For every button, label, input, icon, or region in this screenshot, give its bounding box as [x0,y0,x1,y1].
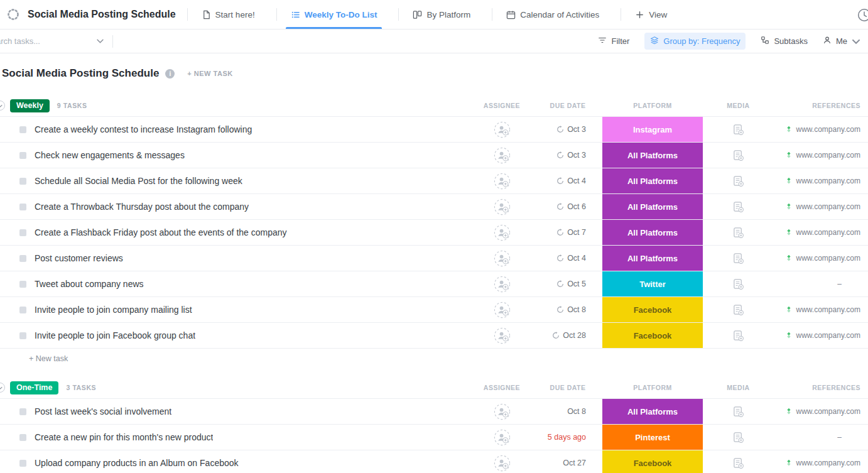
task-name[interactable]: Post last week's social involvement [35,406,171,416]
task-name[interactable]: Schedule all Social Media Post for the f… [35,176,242,186]
due-date[interactable]: Oct 3 [567,125,586,134]
task-checkbox[interactable] [19,460,26,467]
media-icon[interactable] [732,201,744,213]
reference-link[interactable]: www.company.com [796,151,860,160]
search-chevron-down-icon[interactable] [97,39,104,43]
task-row[interactable]: Create a Throwback Thursday post about t… [0,194,868,220]
task-checkbox[interactable] [19,204,26,210]
reference-link[interactable]: – [837,280,842,288]
reference-link[interactable]: www.company.com [796,459,860,467]
filter-button[interactable]: Filter [598,36,629,46]
reference-link[interactable]: – [837,433,842,442]
platform-badge[interactable]: Instagram [602,117,703,142]
task-row[interactable]: Check new engagements & messages Oct 3 A… [0,143,868,168]
group-by-button[interactable]: Group by: Frequency [644,33,746,50]
assignee-add-icon[interactable] [494,250,511,267]
clock-icon[interactable] [857,8,868,25]
reference-link[interactable]: www.company.com [796,125,860,134]
platform-badge[interactable]: Facebook [602,323,703,348]
media-icon[interactable] [732,175,744,187]
platform-badge[interactable]: All Platforms [602,246,703,271]
media-icon[interactable] [732,150,744,161]
add-task-button[interactable]: + New task [0,349,868,368]
task-row[interactable]: Invite people to join company mailing li… [0,297,868,323]
media-icon[interactable] [732,227,744,239]
group-badge[interactable]: One-Time [10,381,58,394]
task-checkbox[interactable] [19,281,26,288]
platform-badge[interactable]: All Platforms [602,399,703,424]
new-task-button[interactable]: + NEW TASK [187,70,232,77]
task-name[interactable]: Create a new pin for this month's new pr… [35,432,213,442]
task-checkbox[interactable] [19,434,26,441]
workspace-logo-icon[interactable] [6,8,20,21]
media-icon[interactable] [732,432,744,443]
me-button[interactable]: Me [823,36,860,46]
due-date[interactable]: Oct 28 [563,331,586,340]
tab-by-platform[interactable]: By Platform [403,0,480,29]
media-icon[interactable] [732,124,744,136]
reference-link[interactable]: www.company.com [796,407,860,416]
media-icon[interactable] [732,253,744,264]
reference-link[interactable]: www.company.com [796,331,860,340]
task-name[interactable]: Create a Flashback Friday post about the… [35,227,287,237]
assignee-add-icon[interactable] [494,147,511,164]
assignee-add-icon[interactable] [494,455,511,472]
media-icon[interactable] [732,330,744,342]
reference-link[interactable]: www.company.com [796,305,860,314]
task-name[interactable]: Create a Throwback Thursday post about t… [35,202,249,212]
task-checkbox[interactable] [19,229,26,236]
tab-start-here[interactable]: Start here! [192,0,265,29]
platform-badge[interactable]: Twitter [602,271,703,296]
due-date[interactable]: 5 days ago [548,433,586,442]
reference-link[interactable]: www.company.com [796,202,860,211]
tab-calendar-of-activities[interactable]: Calendar of Activities [496,0,609,29]
media-icon[interactable] [732,278,744,290]
due-date[interactable]: Oct 27 [563,459,586,467]
task-checkbox[interactable] [19,408,26,415]
platform-badge[interactable]: All Platforms [602,143,703,168]
platform-badge[interactable]: Pinterest [602,425,703,450]
assignee-add-icon[interactable] [494,173,511,190]
due-date[interactable]: Oct 3 [567,151,586,160]
task-row[interactable]: Create a weekly contest to increase Inst… [0,117,868,143]
due-date[interactable]: Oct 8 [567,305,586,314]
task-checkbox[interactable] [19,126,26,133]
tab-view[interactable]: View [625,0,677,29]
task-checkbox[interactable] [19,152,26,159]
reference-link[interactable]: www.company.com [796,228,860,237]
media-icon[interactable] [732,457,744,469]
platform-badge[interactable]: All Platforms [602,168,703,193]
platform-badge[interactable]: Facebook [602,297,703,322]
media-icon[interactable] [732,304,744,316]
task-name[interactable]: Upload company products in an Album on F… [35,458,239,468]
task-row[interactable]: Upload company products in an Album on F… [0,450,868,473]
task-row[interactable]: Tweet about company news Oct 5 Twitter [0,271,868,297]
collapse-toggle-icon[interactable] [0,383,5,393]
reference-link[interactable]: www.company.com [796,177,860,185]
collapse-toggle-icon[interactable] [0,101,5,111]
task-row[interactable]: Create a Flashback Friday post about the… [0,220,868,246]
task-checkbox[interactable] [19,178,26,185]
tab-weekly-to-do-list[interactable]: Weekly To-Do List [281,0,388,29]
platform-badge[interactable]: Facebook [602,450,703,473]
due-date[interactable]: Oct 5 [567,280,586,288]
task-row[interactable]: Invite people to join Facebook group cha… [0,323,868,349]
group-badge[interactable]: Weekly [10,99,50,112]
search-input[interactable] [0,36,80,46]
assignee-add-icon[interactable] [494,403,511,420]
task-row[interactable]: Post customer reviews Oct 4 All Platform… [0,246,868,271]
due-date[interactable]: Oct 8 [567,407,586,416]
task-checkbox[interactable] [19,255,26,262]
task-name[interactable]: Invite people to join Facebook group cha… [35,330,195,340]
task-row[interactable]: Schedule all Social Media Post for the f… [0,168,868,194]
task-name[interactable]: Tweet about company news [35,279,144,289]
assignee-add-icon[interactable] [494,302,511,318]
assignee-add-icon[interactable] [494,429,511,446]
due-date[interactable]: Oct 4 [567,177,586,185]
task-name[interactable]: Create a weekly contest to increase Inst… [35,124,252,134]
assignee-add-icon[interactable] [494,198,511,215]
assignee-add-icon[interactable] [494,121,511,138]
due-date[interactable]: Oct 4 [567,254,586,263]
task-checkbox[interactable] [19,332,26,339]
assignee-add-icon[interactable] [494,327,511,344]
